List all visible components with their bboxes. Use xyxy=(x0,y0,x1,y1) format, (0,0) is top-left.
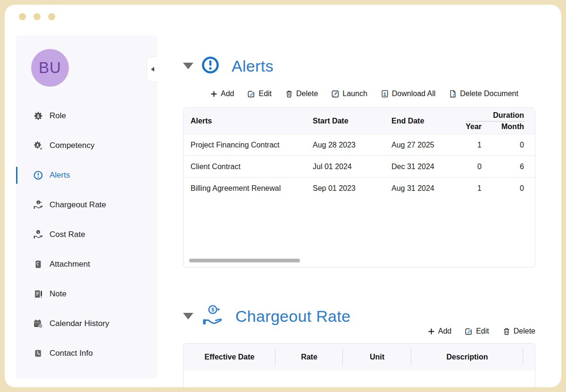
edit-button[interactable]: Edit xyxy=(247,89,272,98)
chevron-left-icon xyxy=(151,67,154,72)
sidebar-item-label: Note xyxy=(50,289,67,299)
avatar-initials: BU xyxy=(39,59,61,77)
chargeout-table-header: Effective Date Rate Unit Description xyxy=(183,343,535,370)
cell-duration-month: 6 xyxy=(490,163,535,171)
attachment-file-icon xyxy=(33,259,43,270)
hand-coin-arrow-icon: $ xyxy=(33,200,43,210)
download-all-button[interactable]: Download All xyxy=(380,89,436,98)
delete-button[interactable]: Delete xyxy=(284,89,318,98)
column-header-start-date: Start Date xyxy=(312,108,391,134)
download-document-icon xyxy=(380,89,390,98)
add-button-label: Add xyxy=(438,327,451,335)
alert-circle-icon xyxy=(33,170,43,180)
window-control-dot[interactable] xyxy=(33,13,41,20)
avatar: BU xyxy=(31,49,69,87)
cell-end-date: Dec 31 2024 xyxy=(391,163,459,171)
delete-document-icon xyxy=(448,89,458,98)
window-controls xyxy=(19,13,55,20)
sidebar-item-cost-rate[interactable]: $ Cost Rate xyxy=(16,225,157,244)
duration-underline xyxy=(466,121,524,122)
collapse-section-icon[interactable] xyxy=(183,313,193,319)
sidebar-item-alerts[interactable]: Alerts xyxy=(16,166,157,185)
column-header-spacer xyxy=(523,343,535,370)
cell-duration-year: 0 xyxy=(459,163,490,171)
chargeout-section-header: $ Chargeout Rate xyxy=(183,302,350,330)
delete-button-label: Delete xyxy=(514,327,535,335)
app-window: BU xyxy=(5,5,561,387)
launch-button-label: Launch xyxy=(342,90,367,98)
alerts-table: Alerts Start Date End Date Duration Year… xyxy=(183,107,535,268)
sidebar-item-attachment[interactable]: Attachment xyxy=(16,255,157,274)
column-header-effective-date: Effective Date xyxy=(183,343,275,370)
column-header-unit: Unit xyxy=(343,343,411,370)
alert-circle-icon xyxy=(201,56,220,76)
cell-end-date: Aug 27 2025 xyxy=(391,141,459,149)
section-title: Alerts xyxy=(232,57,274,75)
sidebar-item-competency[interactable]: Competency xyxy=(16,136,157,155)
column-header-end-date: End Date xyxy=(391,108,459,134)
cell-duration-month: 0 xyxy=(490,184,535,193)
launch-button[interactable]: Launch xyxy=(331,89,367,98)
sidebar-item-label: Cost Rate xyxy=(50,230,85,239)
chargeout-toolbar: Add Edit Delete xyxy=(427,325,535,337)
cell-start-date: Jul 01 2024 xyxy=(312,163,391,171)
column-header-year: Year xyxy=(459,122,490,131)
launch-rocket-icon xyxy=(331,89,340,98)
cell-start-date: Sep 01 2023 xyxy=(312,184,391,193)
table-row[interactable]: Billing Agreement Renewal Sep 01 2023 Au… xyxy=(183,177,535,199)
trash-icon xyxy=(284,89,294,98)
cell-duration-year: 1 xyxy=(459,184,490,193)
edit-button-label: Edit xyxy=(476,327,489,335)
sidebar-item-role[interactable]: Role xyxy=(16,106,157,125)
cell-duration-month: 0 xyxy=(490,141,535,149)
sidebar: BU xyxy=(16,35,157,378)
svg-text:$: $ xyxy=(211,307,214,312)
sidebar-collapse-button[interactable] xyxy=(147,57,158,82)
table-row[interactable]: Project Financing Contract Aug 28 2023 A… xyxy=(183,134,535,155)
competency-gear-check-icon xyxy=(33,140,43,151)
sidebar-item-contact-info[interactable]: Contact Info xyxy=(16,344,157,363)
sidebar-item-note[interactable]: Note xyxy=(16,285,157,303)
edit-button[interactable]: Edit xyxy=(464,327,489,336)
sidebar-item-chargeout-rate[interactable]: $ Chargeout Rate xyxy=(16,196,157,214)
delete-button-label: Delete xyxy=(296,90,318,98)
sidebar-item-calendar-history[interactable]: Calendar History xyxy=(16,314,157,333)
edit-pencil-icon xyxy=(464,327,474,336)
sidebar-menu: Role xyxy=(16,106,157,363)
chargeout-table: Effective Date Rate Unit Description xyxy=(183,343,535,387)
sidebar-item-label: Attachment xyxy=(50,260,90,269)
sidebar-item-label: Alerts xyxy=(50,171,70,180)
calendar-clock-icon xyxy=(33,318,43,329)
sidebar-item-label: Chargeout Rate xyxy=(50,200,106,210)
window-control-dot[interactable] xyxy=(19,13,26,20)
window-control-dot[interactable] xyxy=(48,13,55,20)
cell-alert-name: Client Contract xyxy=(183,163,312,171)
download-all-button-label: Download All xyxy=(392,90,436,98)
column-header-duration: Duration xyxy=(459,111,535,120)
delete-button[interactable]: Delete xyxy=(502,327,535,336)
table-row[interactable]: Client Contract Jul 01 2024 Dec 31 2024 … xyxy=(183,155,535,177)
sidebar-item-label: Contact Info xyxy=(50,349,93,358)
add-button[interactable]: Add xyxy=(427,327,451,336)
svg-text:$: $ xyxy=(37,231,39,234)
cell-duration-year: 1 xyxy=(459,141,490,149)
note-pen-icon xyxy=(33,289,43,299)
cell-alert-name: Project Financing Contract xyxy=(183,141,312,149)
alerts-toolbar: Add Edit Delete xyxy=(209,88,518,100)
sidebar-item-label: Calendar History xyxy=(50,319,109,328)
cell-end-date: Aug 31 2024 xyxy=(391,184,459,193)
horizontal-scrollbar-thumb[interactable] xyxy=(189,259,300,262)
sidebar-item-label: Role xyxy=(50,111,66,121)
alerts-table-header: Alerts Start Date End Date Duration Year… xyxy=(183,108,535,134)
section-title: Chargeout Rate xyxy=(235,307,350,326)
column-header-rate: Rate xyxy=(275,343,343,370)
column-header-alerts: Alerts xyxy=(183,108,312,134)
column-header-description: Description xyxy=(411,343,523,370)
delete-document-button[interactable]: Delete Document xyxy=(448,89,518,98)
delete-document-button-label: Delete Document xyxy=(460,90,518,98)
column-group-duration: Duration Year Month xyxy=(459,108,535,134)
hand-coin-icon: $ xyxy=(33,229,43,240)
collapse-section-icon[interactable] xyxy=(183,63,193,69)
edit-pencil-icon xyxy=(247,89,256,98)
add-button[interactable]: Add xyxy=(209,90,234,98)
